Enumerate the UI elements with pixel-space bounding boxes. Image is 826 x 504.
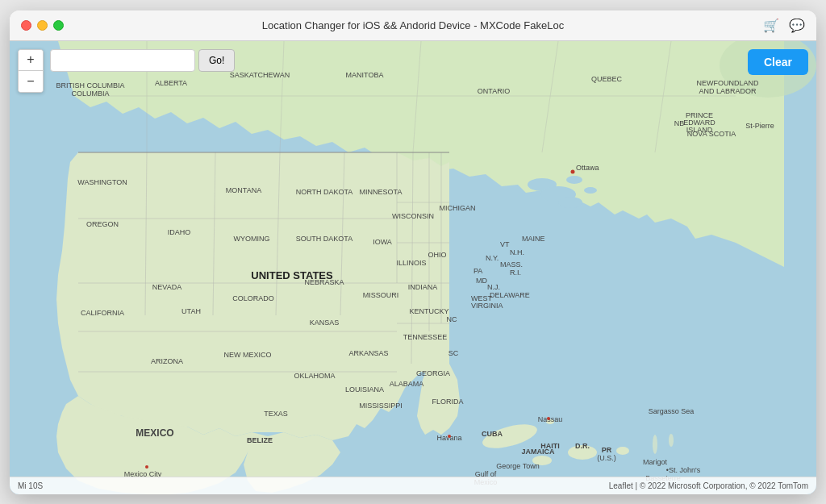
svg-point-102: [145, 465, 148, 469]
zoom-in-button[interactable]: +: [19, 50, 43, 71]
svg-text:(U.S.): (U.S.): [597, 454, 616, 462]
svg-text:UTAH: UTAH: [181, 307, 201, 315]
svg-text:MISSISSIPPI: MISSISSIPPI: [359, 402, 403, 410]
svg-text:MONTANA: MONTANA: [226, 186, 261, 194]
maximize-button[interactable]: [53, 20, 64, 31]
svg-text:Sargasso Sea: Sargasso Sea: [649, 407, 695, 415]
svg-text:St-Pierre: St-Pierre: [745, 122, 774, 130]
svg-text:SOUTH DAKOTA: SOUTH DAKOTA: [296, 235, 353, 243]
svg-point-5: [566, 176, 582, 184]
svg-text:•St. John's: •St. John's: [666, 466, 701, 474]
titlebar: Location Changer for iOS && Andorid Devi…: [10, 10, 816, 41]
svg-text:OREGON: OREGON: [86, 220, 119, 228]
svg-text:ISLAND: ISLAND: [686, 126, 713, 134]
svg-point-4: [558, 197, 582, 208]
status-bar: Mi 10S Leaflet | © 2022 Microsoft Corpor…: [10, 477, 816, 494]
svg-text:SC: SC: [448, 349, 459, 357]
svg-point-99: [571, 169, 575, 173]
svg-text:N.Y.: N.Y.: [486, 254, 499, 262]
go-button[interactable]: Go!: [198, 49, 235, 72]
svg-text:OHIO: OHIO: [428, 251, 446, 259]
svg-text:WISCONSIN: WISCONSIN: [392, 212, 434, 220]
map-svg: BRITISH COLUMBIA COLUMBIA ALBERTA SASKAT…: [10, 41, 816, 494]
svg-text:TENNESSEE: TENNESSEE: [403, 333, 448, 341]
window-title: Location Changer for iOS && Andorid Devi…: [262, 19, 564, 31]
close-button[interactable]: [21, 20, 31, 31]
svg-text:MEXICO: MEXICO: [136, 427, 173, 439]
svg-text:MICHIGAN: MICHIGAN: [440, 204, 476, 212]
svg-text:IDAHO: IDAHO: [168, 228, 191, 236]
attribution: Leaflet | © 2022 Microsoft Corporation, …: [609, 481, 808, 490]
svg-text:NEW MEXICO: NEW MEXICO: [223, 351, 271, 359]
svg-text:ARKANSAS: ARKANSAS: [348, 349, 388, 357]
app-window: Location Changer for iOS && Andorid Devi…: [10, 10, 816, 494]
svg-point-11: [653, 435, 657, 454]
message-icon[interactable]: 💬: [789, 18, 805, 33]
svg-text:D.R.: D.R.: [575, 442, 590, 450]
clear-button[interactable]: Clear: [748, 49, 808, 75]
svg-text:NEVADA: NEVADA: [152, 283, 181, 291]
svg-text:MASS.: MASS.: [500, 260, 523, 269]
svg-text:MISSOURI: MISSOURI: [363, 291, 399, 299]
svg-text:FLORIDA: FLORIDA: [432, 398, 463, 406]
svg-text:PA: PA: [473, 267, 482, 275]
svg-text:PR: PR: [602, 446, 612, 454]
svg-text:ALABAMA: ALABAMA: [390, 380, 424, 388]
svg-point-10: [616, 447, 629, 455]
svg-text:MINNESOTA: MINNESOTA: [360, 188, 403, 196]
svg-text:LOUISIANA: LOUISIANA: [345, 385, 384, 394]
svg-point-12: [669, 434, 674, 447]
svg-text:NORTH DAKOTA: NORTH DAKOTA: [296, 188, 353, 196]
svg-text:KANSAS: KANSAS: [310, 319, 340, 327]
svg-text:INDIANA: INDIANA: [408, 283, 438, 291]
zoom-controls: + −: [18, 49, 44, 93]
svg-text:DELAWARE: DELAWARE: [490, 291, 530, 299]
svg-text:COLORADO: COLORADO: [232, 294, 274, 302]
svg-text:ARIZONA: ARIZONA: [151, 357, 183, 365]
svg-point-106: [448, 435, 451, 438]
svg-text:ILLINOIS: ILLINOIS: [396, 259, 426, 267]
svg-text:BELIZE: BELIZE: [247, 436, 273, 444]
svg-text:TEXAS: TEXAS: [264, 410, 288, 418]
svg-text:Ottawa: Ottawa: [576, 164, 599, 172]
titlebar-actions: 🛒 💬: [763, 18, 805, 33]
svg-text:Marigot: Marigot: [643, 458, 668, 466]
svg-point-113: [547, 417, 550, 420]
cart-icon[interactable]: 🛒: [763, 18, 779, 33]
svg-text:WASHINGTON: WASHINGTON: [77, 178, 127, 186]
svg-text:N.H.: N.H.: [510, 248, 524, 256]
svg-text:CUBA: CUBA: [482, 430, 503, 438]
svg-text:George Town: George Town: [496, 462, 539, 470]
traffic-lights: [21, 20, 64, 31]
svg-text:Nassau: Nassau: [538, 415, 563, 423]
svg-text:R.I.: R.I.: [510, 269, 521, 277]
svg-text:N.J.: N.J.: [487, 283, 500, 291]
svg-text:OKLAHOMA: OKLAHOMA: [294, 372, 335, 380]
svg-point-6: [584, 187, 597, 194]
svg-text:KENTUCKY: KENTUCKY: [409, 307, 448, 315]
device-label: Mi 10S: [18, 481, 43, 490]
svg-text:HAITI: HAITI: [540, 442, 560, 450]
svg-text:MD: MD: [476, 277, 487, 285]
svg-text:VIRGINIA: VIRGINIA: [471, 302, 503, 310]
svg-text:VT: VT: [500, 240, 510, 248]
search-input[interactable]: [50, 49, 195, 72]
zoom-out-button[interactable]: −: [19, 71, 43, 92]
svg-text:WYOMING: WYOMING: [234, 235, 270, 243]
map-container[interactable]: BRITISH COLUMBIA COLUMBIA ALBERTA SASKAT…: [10, 41, 816, 494]
svg-text:MAINE: MAINE: [522, 235, 545, 243]
svg-text:IOWA: IOWA: [373, 238, 392, 246]
svg-text:NC: NC: [447, 315, 457, 323]
svg-text:CALIFORNIA: CALIFORNIA: [81, 309, 124, 317]
svg-text:GEORGIA: GEORGIA: [416, 369, 450, 377]
search-bar: Go!: [50, 49, 235, 72]
svg-text:UNITED STATES: UNITED STATES: [251, 269, 333, 281]
map-controls: + − Go! Clear: [18, 49, 808, 93]
minimize-button[interactable]: [37, 20, 48, 31]
